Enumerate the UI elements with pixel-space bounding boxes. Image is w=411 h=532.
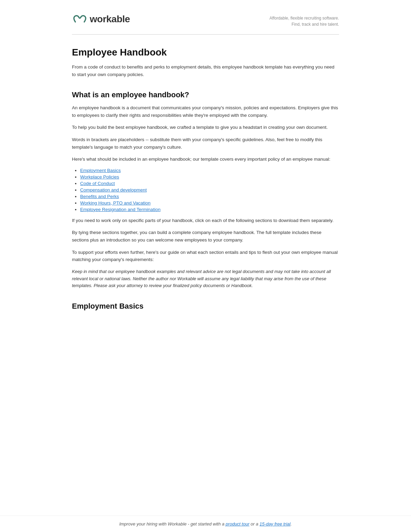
- footer-product-tour-link[interactable]: product tour: [226, 521, 249, 527]
- toc-link-resignation[interactable]: Employee Resignation and Termination: [80, 207, 161, 212]
- list-item: Employee Resignation and Termination: [80, 207, 339, 212]
- list-item: Code of Conduct: [80, 181, 339, 186]
- section2-title: Employment Basics: [72, 302, 339, 311]
- page-header: workable Affordable, flexible recruiting…: [72, 14, 339, 35]
- tagline: Affordable, flexible recruiting software…: [270, 15, 339, 27]
- legal-disclaimer: Keep in mind that our employee handbook …: [72, 268, 339, 289]
- logo-area: workable: [72, 14, 130, 25]
- list-item: Benefits and Perks: [80, 194, 339, 199]
- list-item: Working Hours, PTO and Vacation: [80, 200, 339, 206]
- footer-free-trial-link[interactable]: 15-day free trial: [260, 521, 290, 527]
- toc-link-working-hours[interactable]: Working Hours, PTO and Vacation: [80, 200, 151, 206]
- footer-text-before-link1: Improve your hiring with Workable - get …: [119, 521, 226, 527]
- section1-para3: Words in brackets are placeholders -- su…: [72, 136, 339, 151]
- footer-text-between: or a: [249, 521, 260, 527]
- toc-link-compensation[interactable]: Compensation and development: [80, 187, 147, 193]
- intro-paragraph: From a code of conduct to benefits and p…: [72, 63, 339, 78]
- footer-text-after: .: [290, 521, 292, 527]
- section1-title: What is an employee handbook?: [72, 90, 339, 99]
- section1-para5: If you need to work only on specific par…: [72, 217, 339, 224]
- list-item: Workplace Policies: [80, 174, 339, 180]
- workable-logo-icon: [72, 14, 86, 25]
- toc-list: Employment Basics Workplace Policies Cod…: [80, 168, 339, 212]
- list-item: Employment Basics: [80, 168, 339, 173]
- section1-para4: Here's what should be included in an emp…: [72, 156, 339, 163]
- toc-link-benefits[interactable]: Benefits and Perks: [80, 194, 119, 199]
- tagline-line2: Find, track and hire talent.: [270, 21, 339, 27]
- toc-link-workplace-policies[interactable]: Workplace Policies: [80, 174, 119, 180]
- page-title: Employee Handbook: [72, 47, 339, 58]
- list-item: Compensation and development: [80, 187, 339, 193]
- toc-link-code-of-conduct[interactable]: Code of Conduct: [80, 181, 115, 186]
- section1-para7: To support your efforts even further, he…: [72, 249, 339, 263]
- page-footer: Improve your hiring with Workable - get …: [0, 516, 411, 532]
- section1-para1: An employee handbook is a document that …: [72, 104, 339, 119]
- logo-text: workable: [90, 14, 130, 25]
- tagline-line1: Affordable, flexible recruiting software…: [270, 15, 339, 21]
- section1-para6: By tying these sections together, you ca…: [72, 229, 339, 244]
- section1-para2: To help you build the best employee hand…: [72, 124, 339, 131]
- toc-link-employment-basics[interactable]: Employment Basics: [80, 168, 121, 173]
